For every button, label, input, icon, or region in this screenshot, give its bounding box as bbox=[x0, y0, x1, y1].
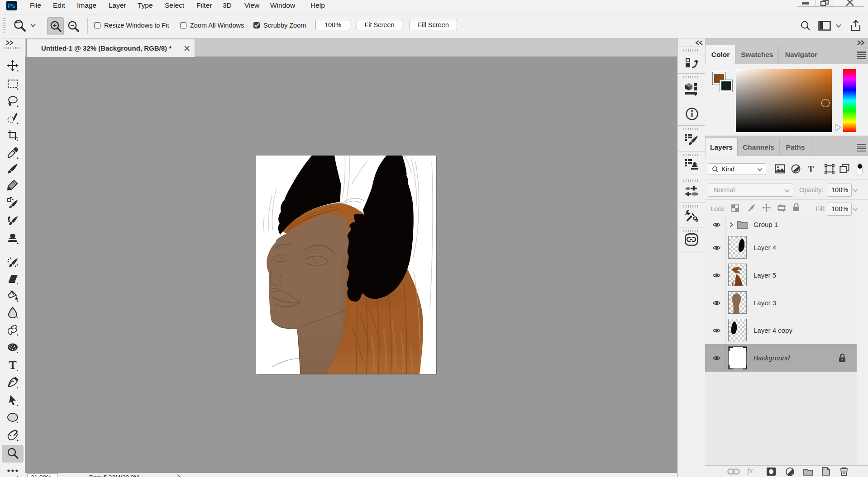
svg-text:T: T bbox=[9, 359, 16, 371]
